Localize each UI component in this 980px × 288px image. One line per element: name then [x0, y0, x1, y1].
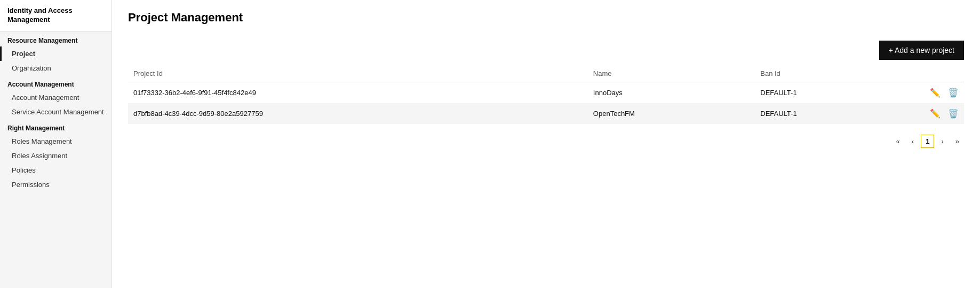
action-icons: ✏️🗑️ [886, 108, 959, 119]
pagination-first-button[interactable]: « [891, 135, 905, 148]
table-row: d7bfb8ad-4c39-4dcc-9d59-80e2a5927759Open… [128, 103, 964, 124]
cell-project-id: d7bfb8ad-4c39-4dcc-9d59-80e2a5927759 [128, 103, 588, 124]
sidebar-section-resource: Resource Management [0, 32, 111, 46]
cell-project-id: 01f73332-36b2-4ef6-9f91-45f4fc842e49 [128, 82, 588, 104]
col-header-project-id: Project Id [128, 65, 588, 82]
pagination-current-page[interactable]: 1 [921, 135, 934, 148]
table-row: 01f73332-36b2-4ef6-9f91-45f4fc842e49Inno… [128, 82, 964, 104]
sidebar-item-roles-management[interactable]: Roles Management [0, 134, 111, 149]
col-header-actions [880, 65, 964, 82]
sidebar-item-service-account-management[interactable]: Service Account Management [0, 105, 111, 119]
projects-table: Project Id Name Ban Id 01f73332-36b2-4ef… [128, 65, 964, 124]
col-header-name: Name [588, 65, 755, 82]
sidebar-section-right: Right Management [0, 119, 111, 134]
sidebar-item-project[interactable]: Project [0, 46, 111, 61]
cell-name: OpenTechFM [588, 103, 755, 124]
edit-button[interactable]: ✏️ [930, 108, 941, 119]
table-header-row: Project Id Name Ban Id [128, 65, 964, 82]
pagination: « ‹ 1 › » [128, 135, 964, 148]
sidebar-header: Identity and Access Management [0, 0, 111, 32]
pagination-last-button[interactable]: » [951, 135, 964, 148]
sidebar-item-account-management[interactable]: Account Management [0, 90, 111, 105]
action-icons: ✏️🗑️ [886, 88, 959, 98]
cell-actions: ✏️🗑️ [880, 82, 964, 104]
sidebar-item-permissions[interactable]: Permissions [0, 177, 111, 192]
cell-name: InnoDays [588, 82, 755, 104]
pagination-next-button[interactable]: › [936, 135, 948, 148]
sidebar-item-roles-assignment[interactable]: Roles Assignment [0, 149, 111, 163]
sidebar-item-policies[interactable]: Policies [0, 163, 111, 177]
sidebar: Identity and Access Management Resource … [0, 0, 112, 288]
sidebar-item-organization[interactable]: Organization [0, 61, 111, 75]
delete-button[interactable]: 🗑️ [948, 108, 959, 119]
sidebar-section-account: Account Management [0, 75, 111, 90]
cell-actions: ✏️🗑️ [880, 103, 964, 124]
main-content: Project Management + Add a new project P… [112, 0, 980, 288]
pagination-prev-button[interactable]: ‹ [907, 135, 919, 148]
cell-ban-id: DEFAULT-1 [755, 103, 880, 124]
delete-button[interactable]: 🗑️ [948, 88, 959, 98]
add-new-project-button[interactable]: + Add a new project [879, 41, 964, 60]
toolbar: + Add a new project [128, 41, 964, 60]
page-title: Project Management [128, 11, 964, 25]
col-header-ban-id: Ban Id [755, 65, 880, 82]
cell-ban-id: DEFAULT-1 [755, 82, 880, 104]
edit-button[interactable]: ✏️ [930, 88, 941, 98]
